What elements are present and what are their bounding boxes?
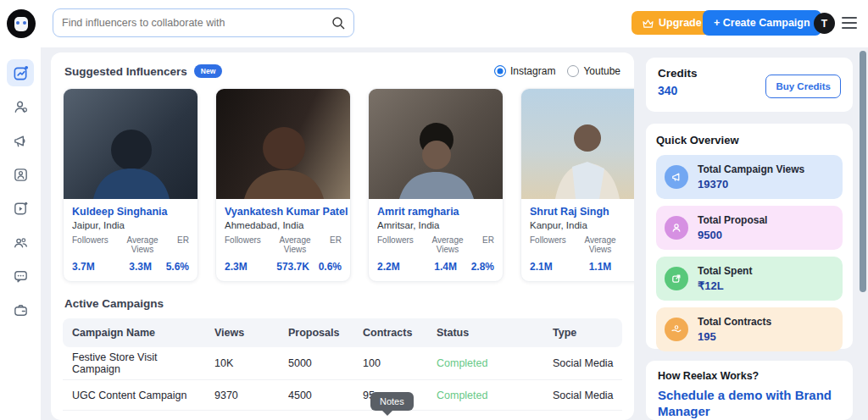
person-icon	[665, 216, 688, 240]
table-row[interactable]: UGC Content Campaign 9370 4500 95 Comple…	[63, 380, 622, 411]
campaign-views: 9370	[214, 390, 288, 401]
help-card: How Reelax Works? Schedule a demo with B…	[646, 361, 853, 420]
avatar[interactable]: T	[814, 13, 835, 34]
buy-credits-button[interactable]: Buy Credits	[765, 75, 841, 98]
campaign-views: 10K	[214, 357, 288, 369]
wallet-icon	[13, 302, 29, 318]
campaign-proposals: 5000	[288, 357, 363, 369]
table-header: Campaign Name Views Proposals Contracts …	[63, 318, 622, 347]
influencer-location: Amritsar, India	[377, 220, 494, 230]
create-campaign-label: + Create Campaign	[714, 17, 810, 29]
campaign-name: UGC Content Campaign	[72, 390, 214, 401]
avg-views-value: 1.4M	[420, 261, 470, 273]
influencer-user-icon	[13, 99, 29, 115]
overview-value: ₹12L	[698, 279, 752, 292]
radio-youtube[interactable]: Youtube	[567, 65, 620, 77]
overview-tile-campaign-views: Total Campaign Views 19370	[656, 155, 843, 199]
avg-views-value: 573.7K	[267, 261, 318, 273]
influencer-location: Kanpur, India	[530, 220, 634, 230]
campaign-name: Festive Store Visit Campaign	[72, 351, 214, 375]
top-bar: Upgrade + Create Campaign T	[0, 0, 868, 47]
upgrade-button[interactable]: Upgrade	[632, 11, 713, 35]
sidebar-item-dashboard[interactable]	[7, 59, 34, 86]
er-value: 0.6%	[319, 261, 342, 273]
campaign-type: Social Media	[553, 357, 622, 369]
app-logo[interactable]	[7, 9, 36, 38]
influencer-name[interactable]: Amrit ramgharia	[377, 206, 494, 218]
notes-tooltip: Notes	[370, 392, 414, 411]
followers-value: 2.2M	[377, 261, 420, 273]
status-badge: Completed	[437, 390, 553, 401]
overview-tile-proposal: Total Proposal 9500	[656, 206, 843, 250]
influencer-name[interactable]: Vyankatesh Kumar Patel	[225, 206, 342, 218]
megaphone-campaigns-icon	[13, 133, 29, 149]
radio-selected-icon	[494, 65, 506, 77]
sidebar-item-wallet[interactable]	[7, 296, 34, 323]
influencer-card[interactable]: Vyankatesh Kumar Patel Ahmedabad, India …	[215, 88, 351, 282]
main-panel: Suggested Influencers New Instagram Yout…	[51, 52, 634, 420]
overview-value: 195	[698, 330, 771, 343]
influencer-location: Ahmedabad, India	[225, 220, 342, 230]
influencer-cards-row: Kuldeep Singhania Jaipur, India Follower…	[51, 85, 634, 282]
credits-card: Credits 340 Buy Credits	[646, 58, 853, 112]
influencer-card[interactable]: Amrit ramgharia Amritsar, India Follower…	[368, 88, 504, 282]
influencer-location: Jaipur, India	[72, 220, 189, 230]
influencer-photo	[64, 89, 198, 199]
reels-video-icon	[13, 201, 29, 217]
sidebar-item-community[interactable]	[7, 229, 34, 256]
messages-chat-icon	[13, 268, 29, 285]
scrollbar-thumb[interactable]	[860, 51, 866, 292]
contract-hand-icon	[665, 318, 688, 341]
followers-value: 3.7M	[72, 261, 114, 273]
influencer-photo	[521, 89, 634, 199]
radio-instagram[interactable]: Instagram	[494, 65, 555, 77]
sidebar-item-contacts[interactable]	[7, 161, 34, 188]
avg-views-value: 1.1M	[574, 261, 626, 273]
influencer-card[interactable]: Kuldeep Singhania Jaipur, India Follower…	[63, 88, 198, 282]
sidebar-item-messages[interactable]	[7, 262, 34, 290]
sidebar-item-influencers[interactable]	[7, 93, 34, 120]
crown-icon	[643, 19, 654, 28]
help-title: How Reelax Works?	[658, 370, 841, 382]
sidebar-item-reels[interactable]	[7, 195, 34, 222]
overview-tile-contracts: Total Contracts 195	[656, 307, 843, 351]
dashboard-icon	[13, 65, 29, 81]
er-value	[626, 261, 634, 273]
upgrade-label: Upgrade	[659, 17, 702, 29]
robot-face-icon	[14, 17, 28, 31]
quick-overview-card: Quick Overview Total Campaign Views 1937…	[646, 124, 853, 349]
new-badge: New	[194, 64, 222, 78]
table-row[interactable]: Festive Store Visit Campaign 10K 5000 10…	[63, 347, 622, 380]
search-input[interactable]	[53, 17, 331, 29]
sidebar-item-campaigns[interactable]	[7, 127, 34, 154]
influencer-name[interactable]: Kuldeep Singhania	[72, 206, 189, 218]
megaphone-icon	[665, 165, 688, 189]
create-campaign-button[interactable]: + Create Campaign	[703, 10, 821, 36]
overview-value: 9500	[698, 229, 767, 241]
campaign-type: Social Media	[553, 390, 622, 401]
schedule-demo-link[interactable]: Schedule a demo with Brand Manager	[658, 388, 841, 420]
spend-export-icon	[665, 267, 688, 290]
campaign-contracts: 100	[363, 357, 437, 369]
influencer-name[interactable]: Shrut Raj Singh	[530, 206, 634, 218]
contact-card-icon	[13, 167, 29, 183]
er-value: 2.8%	[471, 261, 494, 273]
overview-tile-spent: Total Spent ₹12L	[656, 257, 843, 301]
active-campaigns-title: Active Campaigns	[51, 282, 634, 318]
followers-value: 2.3M	[225, 261, 267, 273]
overview-value: 19370	[698, 178, 804, 191]
campaign-proposals: 4500	[288, 390, 363, 401]
search-bar	[53, 8, 354, 37]
status-badge: Completed	[437, 357, 553, 369]
community-group-icon	[13, 235, 29, 251]
radio-unselected-icon	[567, 65, 579, 77]
menu-icon[interactable]	[842, 17, 857, 29]
influencer-photo	[369, 89, 503, 199]
influencer-photo	[216, 89, 350, 199]
followers-value: 2.1M	[530, 261, 574, 273]
er-value: 5.6%	[166, 261, 189, 273]
quick-overview-title: Quick Overview	[656, 134, 843, 146]
campaigns-table: Campaign Name Views Proposals Contracts …	[63, 318, 622, 411]
influencer-card[interactable]: Shrut Raj Singh Kanpur, India FollowersA…	[520, 88, 634, 282]
left-sidebar	[0, 47, 41, 420]
